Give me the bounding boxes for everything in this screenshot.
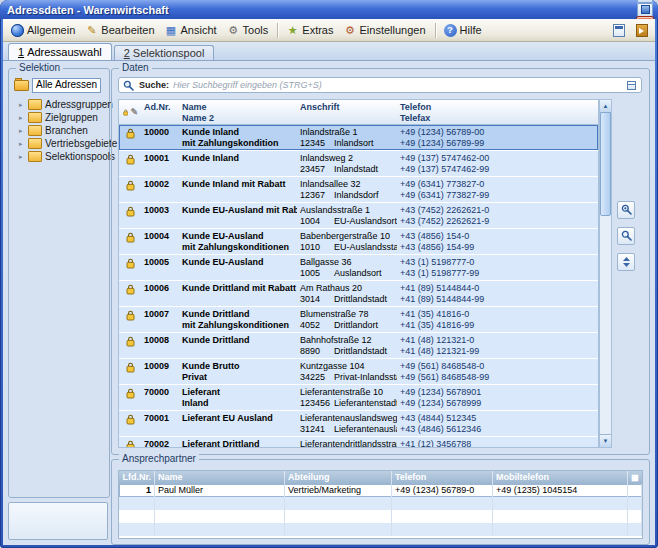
city-line: 12345Inlandsort — [300, 138, 394, 149]
table-row[interactable]: 70001Lieferant EU AuslandLieferantenausl… — [119, 411, 598, 437]
table-scrollbar[interactable]: ▲ ▼ — [599, 99, 612, 448]
menu-einstellungen[interactable]: ⚙Einstellungen — [339, 22, 431, 39]
table-row[interactable]: 10005Kunde EU-AuslandBallgasse 361005Aus… — [119, 255, 598, 281]
column-options-icon[interactable]: ▦ — [628, 471, 642, 484]
contact-nr-cell — [119, 497, 155, 510]
table-row[interactable]: 10000Kunde Inlandmit ZahlungskonditionIn… — [119, 125, 598, 151]
menu-ansicht[interactable]: ▦Ansicht — [161, 22, 223, 39]
tab-selektionspool[interactable]: 2Selektionspool — [114, 45, 215, 60]
telefax-line: +43 (7452) 2262621-9 — [400, 216, 595, 227]
magnifier-plus-button[interactable] — [617, 201, 635, 219]
table-row[interactable]: 10008Kunde DrittlandBahnhofstraße 128890… — [119, 333, 598, 359]
tree-item-adressgruppen[interactable]: ▸Adressgruppen — [9, 98, 109, 111]
search-options-button[interactable] — [625, 79, 638, 92]
expander-icon[interactable]: ▸ — [19, 114, 25, 122]
zip: 8890 — [300, 346, 334, 357]
calculator-icon — [613, 24, 625, 37]
search-input[interactable]: Suche: Hier Suchbegriff eingeben (STRG+S… — [118, 77, 642, 93]
col-contact-telefon[interactable]: Telefon — [392, 471, 493, 484]
street-line: Babenbergerstraße 10 — [300, 231, 394, 242]
contact-row[interactable] — [119, 523, 642, 536]
telefax-line: +43 (4856) 154-99 — [400, 242, 595, 253]
extras-icon: ★ — [286, 24, 299, 37]
contact-icon-cell — [628, 497, 642, 510]
name-line: Kunde Drittland mit Rabatt — [182, 283, 294, 294]
lock-icon — [119, 125, 141, 150]
contact-row[interactable] — [119, 497, 642, 510]
menu-extras[interactable]: ★Extras — [282, 22, 339, 39]
contact-row[interactable]: 1Paul MüllerVertrieb/Marketing+49 (1234)… — [119, 484, 642, 497]
telefon-line: +43 (4844) 512345 — [400, 413, 595, 424]
toolbar-exit-button[interactable] — [633, 22, 651, 39]
sort-button[interactable] — [617, 253, 635, 271]
col-anschrift[interactable]: Anschrift — [297, 100, 397, 124]
toolbar-calculator-button[interactable] — [610, 22, 628, 39]
name-cell: Kunde EU-Ausland mit Rabatt — [179, 203, 297, 228]
expander-icon[interactable]: ▸ — [19, 153, 25, 161]
tree-item-selektionspools[interactable]: ▸Selektionspools — [9, 150, 109, 163]
table-row[interactable]: 10004Kunde EU-Auslandmit Zahlungskonditi… — [119, 229, 598, 255]
selektion-groupbox: Selektion Alle Adressen ▸Adressgruppen▸Z… — [8, 68, 110, 498]
col-abteilung[interactable]: Abteilung — [285, 471, 392, 484]
table-row[interactable]: 10003Kunde EU-Ausland mit RabattAuslands… — [119, 203, 598, 229]
globe-icon — [11, 24, 24, 37]
city: Inlandstadt — [334, 164, 378, 174]
magnifier-button[interactable] — [617, 227, 635, 245]
selektion-pool-panel[interactable] — [8, 502, 108, 540]
menu-label: Ansicht — [181, 24, 217, 36]
expander-icon[interactable]: ▸ — [19, 140, 25, 148]
scrollbar-thumb[interactable] — [600, 112, 611, 216]
zip: 1010 — [300, 242, 334, 253]
telefon-cell: +49 (561) 8468548-0+49 (561) 8468548-99 — [397, 359, 598, 384]
telefax-line: +41 (48) 121321-99 — [400, 346, 595, 357]
col-name[interactable]: NameName 2 — [179, 100, 297, 124]
street-line: Lieferantenauslandsweg 2 — [300, 413, 394, 424]
col-contact-name[interactable]: Name — [155, 471, 285, 484]
telefax-line: +41 (35) 41816-99 — [400, 320, 595, 331]
expander-icon[interactable]: ▸ — [19, 101, 25, 109]
contact-icon-cell — [628, 523, 642, 536]
adnr-cell: 10007 — [141, 307, 179, 332]
menu-allgemein[interactable]: Allgemein — [7, 22, 81, 39]
menu-tools[interactable]: ⚙Tools — [223, 22, 275, 39]
table-row[interactable]: 10006Kunde Drittland mit RabattAm Rathau… — [119, 281, 598, 307]
col-mobiltelefon[interactable]: Mobiltelefon — [493, 471, 628, 484]
col-lfdnr[interactable]: Lfd.Nr. — [119, 471, 155, 484]
city-line: 12367Inlandsdorf — [300, 190, 394, 201]
street-line: Blumenstraße 78 — [300, 309, 394, 320]
table-row[interactable]: 10002Kunde Inland mit RabattInlandsallee… — [119, 177, 598, 203]
menu-hilfe[interactable]: Hilfe — [440, 22, 488, 39]
search-field-label: Suche: — [139, 80, 169, 90]
table-row[interactable]: 70002Lieferant DrittlandLieferantendritt… — [119, 437, 598, 448]
expander-icon[interactable]: ▸ — [19, 127, 25, 135]
tree-root-alle-adressen[interactable]: Alle Adressen — [14, 78, 106, 93]
telefax-line: +49 (1234) 5678999 — [400, 398, 595, 409]
lock-icon — [119, 281, 141, 306]
city: Lieferantenauslandsort — [334, 424, 397, 434]
tree-root-label: Alle Adressen — [32, 78, 101, 93]
name-line: Kunde Inland — [182, 127, 294, 138]
table-row[interactable]: 10009Kunde BruttoPrivatKuntzgasse 104342… — [119, 359, 598, 385]
telefon-line: +49 (6341) 773827-0 — [400, 179, 595, 190]
tree-item-vertriebsgebiete[interactable]: ▸Vertriebsgebiete — [9, 137, 109, 150]
city: EU-Auslandsstadt — [334, 242, 397, 252]
menu-bearbeiten[interactable]: ✎Bearbeiten — [81, 22, 160, 39]
header-icon-cell[interactable]: ✎ — [119, 100, 141, 124]
table-row[interactable]: 70000LieferantInlandLieferantenstraße 10… — [119, 385, 598, 411]
tab-adressauswahl[interactable]: 1Adressauswahl — [8, 43, 112, 60]
table-row[interactable]: 10007Kunde Drittlandmit Zahlungskonditio… — [119, 307, 598, 333]
col-adnr[interactable]: Ad.Nr. — [141, 100, 179, 124]
telefon-cell: +49 (1234) 5678901+49 (1234) 5678999 — [397, 385, 598, 410]
folder-icon — [14, 80, 29, 91]
tree-item-label: Branchen — [45, 125, 88, 136]
table-row[interactable]: 10001Kunde InlandInlandsweg 223457Inland… — [119, 151, 598, 177]
zip: 12345 — [300, 138, 334, 149]
contact-telefon-cell — [392, 523, 493, 536]
col-telefon[interactable]: TelefonTelefax — [397, 100, 598, 124]
tree-item-branchen[interactable]: ▸Branchen — [9, 124, 109, 137]
pin-icon[interactable] — [637, 3, 653, 17]
contact-row[interactable] — [119, 510, 642, 523]
tree-item-zielgruppen[interactable]: ▸Zielgruppen — [9, 111, 109, 124]
scroll-down-arrow-icon[interactable]: ▼ — [600, 434, 611, 447]
telefon-line: +43 (7452) 2262621-0 — [400, 205, 595, 216]
